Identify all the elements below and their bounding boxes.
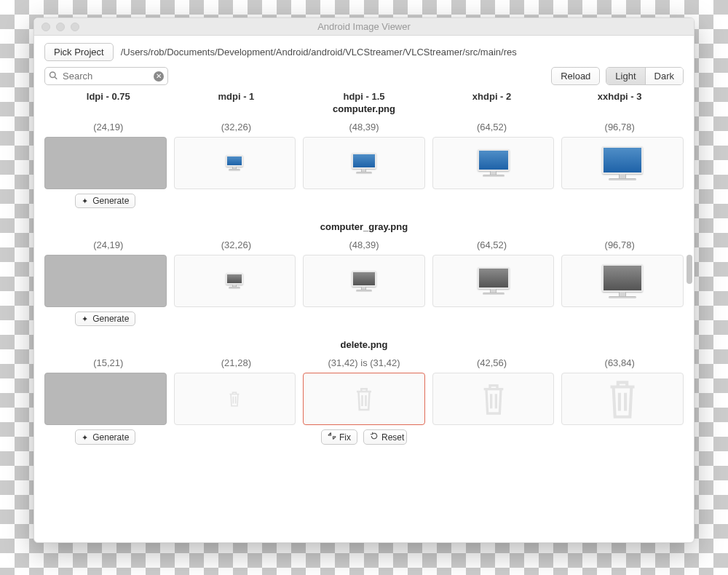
generate-button[interactable]: Generate	[75, 429, 135, 445]
search-icon	[49, 71, 58, 82]
dimensions-row: (24,19) (32,26) (48,39) (64,52) (96,78)	[44, 122, 684, 132]
monitor-icon	[478, 149, 510, 177]
search-field[interactable]: ✕	[44, 67, 168, 85]
density-headers: ldpi - 0.75 mdpi - 1 hdpi - 1.5 xhdpi - …	[44, 91, 684, 102]
wand-icon	[82, 432, 90, 443]
thumb-hdpi[interactable]	[303, 137, 425, 189]
thumb-hdpi-error[interactable]	[303, 373, 425, 425]
zoom-icon[interactable]	[71, 23, 79, 31]
toolbar: Pick Project /Users/rob/Documents/Develo…	[34, 36, 694, 102]
fix-button[interactable]: Fix	[321, 429, 357, 445]
thumb-mdpi[interactable]	[174, 373, 296, 425]
project-path: /Users/rob/Documents/Development/Android…	[121, 47, 517, 58]
thumb-xhdpi[interactable]	[432, 373, 555, 425]
thumb-ldpi-missing[interactable]	[44, 255, 167, 307]
dim-xhdpi: (42,56)	[428, 357, 556, 368]
generate-button[interactable]: Generate	[75, 194, 135, 208]
wand-icon	[82, 314, 90, 324]
group-title: delete.png	[44, 339, 684, 350]
thumb-xxhdpi[interactable]	[561, 373, 684, 425]
actions-row: Generate	[44, 312, 684, 326]
monitor-gray-icon	[478, 267, 510, 295]
reset-button[interactable]: Reset	[363, 429, 407, 445]
monitor-gray-icon	[352, 271, 376, 292]
dim-ldpi: (24,19)	[44, 239, 173, 250]
scrollbar[interactable]	[687, 255, 692, 284]
theme-segmented: Light Dark	[606, 67, 684, 85]
dim-hdpi: (31,42) is (31,42)	[300, 357, 428, 368]
dim-xxhdpi: (63,84)	[555, 357, 684, 368]
window-controls[interactable]	[41, 23, 79, 31]
dim-xxhdpi: (96,78)	[555, 122, 684, 132]
dim-hdpi: (48,39)	[300, 239, 428, 250]
wand-icon	[82, 196, 90, 206]
thumb-xxhdpi[interactable]	[561, 255, 684, 307]
theme-dark-button[interactable]: Dark	[645, 68, 683, 84]
dim-ldpi: (24,19)	[44, 122, 173, 132]
group-title: computer_gray.png	[44, 221, 684, 232]
dim-hdpi: (48,39)	[300, 122, 428, 132]
thumb-xxhdpi[interactable]	[561, 137, 684, 189]
reload-button[interactable]: Reload	[551, 67, 600, 85]
dim-xhdpi: (64,52)	[428, 239, 556, 250]
dim-mdpi: (32,26)	[173, 122, 301, 132]
actions-row: Generate Fix Reset	[44, 429, 684, 445]
theme-light-button[interactable]: Light	[606, 68, 644, 84]
thumb-mdpi[interactable]	[174, 255, 296, 307]
trash-icon	[479, 379, 508, 419]
svg-point-0	[50, 72, 56, 78]
close-icon[interactable]	[41, 23, 50, 31]
app-window: Android Image Viewer Pick Project /Users…	[33, 17, 695, 543]
trash-icon	[353, 384, 375, 413]
actions-row: Generate	[44, 194, 684, 208]
dimensions-row: (24,19) (32,26) (48,39) (64,52) (96,78)	[44, 239, 684, 250]
trash-icon	[604, 375, 641, 423]
thumb-xhdpi[interactable]	[432, 255, 555, 307]
thumb-xhdpi[interactable]	[432, 137, 555, 189]
dim-xhdpi: (64,52)	[428, 122, 556, 132]
search-input[interactable]	[44, 67, 168, 85]
header-xhdpi: xhdpi - 2	[428, 91, 556, 102]
shrink-icon	[328, 432, 336, 443]
thumbnails-row	[44, 373, 684, 425]
thumb-ldpi-missing[interactable]	[44, 137, 167, 189]
trash-icon	[227, 389, 242, 408]
dim-mdpi: (21,28)	[173, 357, 301, 368]
group-title: computer.png	[44, 103, 684, 114]
content[interactable]: computer.png (24,19) (32,26) (48,39) (64…	[34, 102, 694, 542]
window-title: Android Image Viewer	[34, 21, 694, 32]
titlebar: Android Image Viewer	[34, 18, 694, 36]
header-mdpi: mdpi - 1	[173, 91, 301, 102]
thumb-ldpi-missing[interactable]	[44, 373, 167, 425]
monitor-icon	[352, 153, 376, 174]
dim-mdpi: (32,26)	[173, 239, 301, 250]
header-ldpi: ldpi - 0.75	[44, 91, 173, 102]
minimize-icon[interactable]	[56, 23, 65, 31]
reload-icon	[370, 432, 379, 443]
monitor-icon	[602, 146, 643, 181]
monitor-gray-icon	[602, 264, 643, 298]
generate-button[interactable]: Generate	[75, 312, 135, 326]
pick-project-button[interactable]: Pick Project	[44, 43, 114, 61]
thumb-mdpi[interactable]	[174, 137, 296, 189]
monitor-icon	[226, 155, 243, 171]
svg-line-1	[55, 76, 57, 79]
dim-ldpi: (15,21)	[44, 357, 173, 368]
dimensions-row: (15,21) (21,28) (31,42) is (31,42) (42,5…	[44, 357, 684, 368]
thumb-hdpi[interactable]	[303, 255, 425, 307]
dim-xxhdpi: (96,78)	[555, 239, 684, 250]
thumbnails-row	[44, 255, 684, 307]
clear-search-icon[interactable]: ✕	[154, 71, 164, 82]
header-xxhdpi: xxhdpi - 3	[555, 91, 684, 102]
header-hdpi: hdpi - 1.5	[300, 91, 428, 102]
monitor-gray-icon	[226, 273, 243, 289]
thumbnails-row	[44, 137, 684, 189]
